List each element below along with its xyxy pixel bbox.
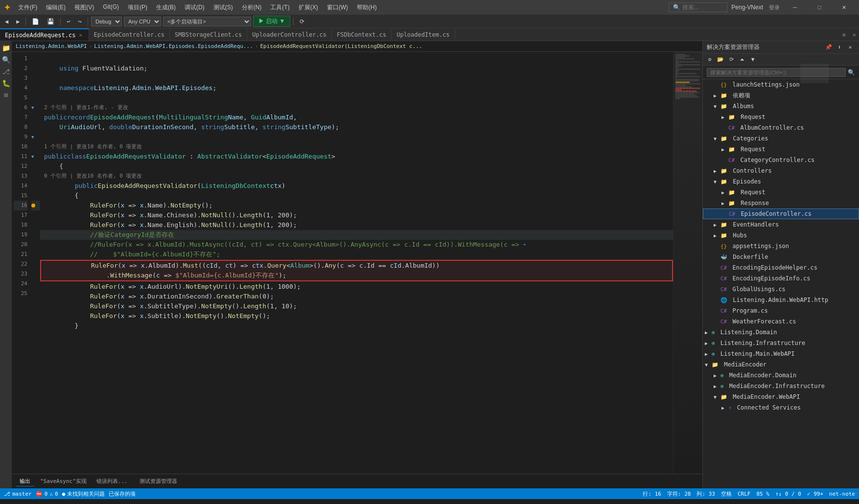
- tree-item-albums[interactable]: ▼ 📁 Albums: [703, 101, 859, 112]
- tree-item-encoding-info[interactable]: C# EncodingEpisodeInfo.cs: [703, 273, 859, 284]
- tree-arrow[interactable]: ▶: [714, 168, 720, 174]
- tree-item-mediaencoder-webapi[interactable]: ▼ 📁 MediaEncoder.WebAPI: [703, 391, 859, 402]
- tree-arrow[interactable]: ▶: [705, 341, 711, 346]
- menu-help[interactable]: 帮助(H): [353, 2, 381, 13]
- login-text[interactable]: 登录: [769, 4, 780, 11]
- search-solution-icon[interactable]: 🔍: [848, 69, 855, 76]
- menu-view[interactable]: 视图(V): [70, 2, 98, 13]
- tree-item-controllers[interactable]: ▶ 📁 Controllers: [703, 165, 859, 176]
- tree-item-categories[interactable]: ▼ 📁 Categories: [703, 133, 859, 144]
- tab-episode-add-request[interactable]: EpisodeAddRequest.cs ✕: [0, 28, 89, 41]
- tree-item-mediaencoder[interactable]: ▼ 📁 MediaEncoder: [703, 359, 859, 370]
- tree-arrow[interactable]: ▶: [714, 222, 720, 228]
- nav-forward-button[interactable]: ▶: [13, 17, 23, 26]
- menu-git[interactable]: Git(G): [99, 2, 123, 13]
- tree-arrow[interactable]: ▶: [721, 405, 727, 411]
- filter-button[interactable]: ⏶: [737, 55, 747, 65]
- tree-item-episode-controller[interactable]: C# EpisodeController.cs: [703, 208, 859, 219]
- activity-git[interactable]: ⎇: [1, 67, 11, 76]
- maximize-button[interactable]: □: [808, 0, 831, 15]
- search-solution-input[interactable]: [707, 68, 846, 77]
- tree-item-launchsettings[interactable]: {} launchSettings.json: [703, 79, 859, 90]
- tree-item-connected-services[interactable]: ▶ ⚡ Connected Services: [703, 402, 859, 413]
- menu-project[interactable]: 项目(P): [124, 2, 151, 13]
- tree-arrow[interactable]: ▶: [714, 373, 720, 378]
- tree-item-hubs[interactable]: ▶ 📁 Hubs: [703, 230, 859, 241]
- tree-arrow-collapse[interactable]: ▼: [714, 136, 720, 141]
- collapse-icon-11[interactable]: ▼: [31, 154, 34, 159]
- cpu-select[interactable]: Any CPU: [124, 17, 161, 26]
- breadcrumb-namespace[interactable]: Listening.Admin.WebAPI: [16, 43, 87, 49]
- show-all-files-button[interactable]: 📂: [716, 55, 725, 65]
- tree-arrow-expand[interactable]: ▶: [714, 93, 720, 98]
- tree-item-encoding-helper[interactable]: C# EncodingEpisodeHelper.cs: [703, 262, 859, 273]
- tree-item-listening-infra[interactable]: ▶ ⊕ Listening.Infrastructure: [703, 338, 859, 348]
- tree-item-episodes-response[interactable]: ▶ 📁 Response: [703, 198, 859, 208]
- tree-arrow[interactable]: ▶: [721, 147, 727, 152]
- undo-button[interactable]: ↩: [64, 17, 73, 26]
- status-pct99[interactable]: ✓ 99+: [807, 491, 823, 497]
- tree-item-dependencies[interactable]: ▶ 📁 依赖项: [703, 90, 859, 101]
- breadcrumb-path[interactable]: Listening.Admin.WebAPI.Episodes.EpisodeA…: [94, 43, 253, 49]
- status-net[interactable]: net-note: [829, 491, 855, 497]
- tree-item-album-controller[interactable]: C# AlbumController.cs: [703, 122, 859, 133]
- run-button[interactable]: ▶ 启动 ▼: [253, 16, 291, 27]
- tree-arrow[interactable]: ▶: [721, 190, 727, 195]
- tab-uploader-controller[interactable]: UploaderController.cs: [247, 28, 332, 41]
- tree-item-mediaencoder-domain[interactable]: ▶ ⊕ MediaEncoder.Domain: [703, 370, 859, 381]
- breadcrumb-member[interactable]: EpisodeAddRequestValidator(ListeningDbCo…: [260, 43, 422, 49]
- close-all-tabs-button[interactable]: ✕: [850, 31, 859, 38]
- redo-button[interactable]: ↪: [75, 17, 85, 26]
- tree-arrow-collapse[interactable]: ▼: [714, 179, 720, 184]
- save-button[interactable]: 💾: [44, 17, 57, 26]
- menu-build[interactable]: 生成(B): [152, 2, 180, 13]
- tab-uploaded-item[interactable]: UploadedItem.cs: [392, 28, 455, 41]
- tree-item-listening-domain[interactable]: ▶ ⊕ Listening.Domain: [703, 327, 859, 338]
- startup-project-select[interactable]: <多个启动项目>: [163, 17, 251, 26]
- pin-button[interactable]: 📌: [824, 43, 834, 52]
- status-git-branch[interactable]: ⎇ master: [4, 491, 32, 497]
- tree-arrow[interactable]: ▶: [721, 115, 727, 120]
- menu-tools[interactable]: 工具(T): [266, 2, 293, 13]
- tree-item-listening-main[interactable]: ▶ ⊕ Listening.Main.WebAPI: [703, 348, 859, 359]
- tree-item-eventhandlers[interactable]: ▶ 📁 EventHandlers: [703, 219, 859, 230]
- tree-item-mediaencoder-infra[interactable]: ▶ ⊕ MediaEncoder.Infrastructure: [703, 381, 859, 391]
- status-encoding[interactable]: CRLF: [738, 491, 751, 497]
- menu-window[interactable]: 窗口(W): [323, 2, 352, 13]
- status-cols[interactable]: 列: 33: [696, 490, 715, 498]
- tab-episode-controller[interactable]: EpisodeController.cs: [89, 28, 170, 41]
- tab-close-episode-add[interactable]: ✕: [78, 32, 84, 38]
- activity-search[interactable]: 🔍: [1, 55, 11, 65]
- tree-arrow-collapse[interactable]: ▼: [714, 104, 720, 109]
- menu-file[interactable]: 文件(F): [14, 2, 41, 13]
- status-errors[interactable]: ⛔ 0 ⚠ 0: [36, 491, 58, 497]
- new-file-button[interactable]: 📄: [29, 17, 42, 26]
- tree-item-category-controller[interactable]: C# CategoryController.cs: [703, 155, 859, 165]
- tree-item-episodes[interactable]: ▼ 📁 Episodes: [703, 176, 859, 187]
- collapse-icon-9[interactable]: ▼: [31, 135, 34, 139]
- menu-debug[interactable]: 调试(D): [181, 2, 209, 13]
- title-search-input[interactable]: [669, 2, 727, 12]
- tree-arrow-collapse[interactable]: ▼: [705, 362, 711, 367]
- menu-edit[interactable]: 编辑(E): [42, 2, 70, 13]
- activity-extensions[interactable]: ⊞: [1, 90, 11, 100]
- tree-item-weather[interactable]: C# WeatherForecast.cs: [703, 316, 859, 327]
- collapse-all-button[interactable]: ⬆: [835, 43, 844, 52]
- tree-item-appsettings[interactable]: {} appsettings.json: [703, 241, 859, 252]
- status-indicators[interactable]: ↑↓ 0 / 0: [775, 491, 801, 497]
- output-tab-errors[interactable]: 错误列表...: [93, 477, 132, 486]
- status-col[interactable]: 字符: 28: [667, 490, 691, 498]
- menu-analyze[interactable]: 分析(N): [238, 2, 266, 13]
- collapse-tree-button[interactable]: ▼: [748, 55, 758, 65]
- output-tab-output[interactable]: 输出: [16, 477, 34, 486]
- solution-properties-button[interactable]: ⚙: [705, 55, 715, 65]
- sidebar-close-button[interactable]: ✕: [845, 43, 855, 52]
- menu-test[interactable]: 测试(S): [209, 2, 237, 13]
- tree-item-albums-request[interactable]: ▶ 📁 Request: [703, 112, 859, 122]
- tree-arrow[interactable]: ▶: [714, 233, 720, 238]
- refresh-button[interactable]: ⟳: [297, 17, 307, 26]
- close-button[interactable]: ✕: [833, 0, 855, 15]
- tree-arrow[interactable]: ▶: [721, 201, 727, 206]
- activity-debug[interactable]: 🐛: [1, 78, 11, 88]
- nav-back-button[interactable]: ◀: [2, 17, 11, 26]
